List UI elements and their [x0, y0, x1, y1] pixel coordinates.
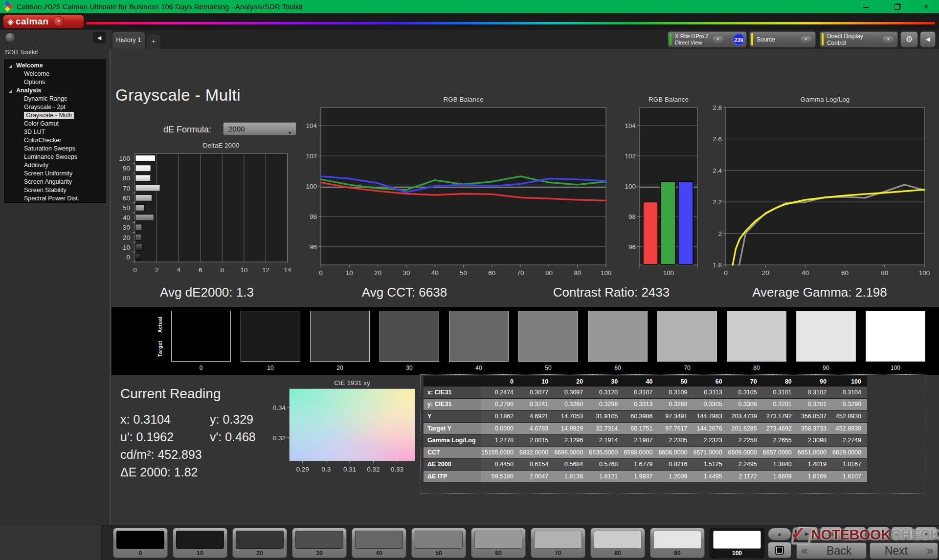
gamma-chart: Gamma Log/Log1.822.22.42.62.802040608010…	[702, 95, 936, 281]
patch-swatch	[176, 531, 224, 549]
tab-history-1[interactable]: History 1	[112, 32, 145, 49]
table-cell: 0.5768	[589, 458, 624, 471]
rgb-balance-bar-chart: RGB Balance9698100102104100	[622, 95, 709, 281]
pattern-patch-40[interactable]: 40	[352, 528, 406, 558]
source-selector[interactable]: Source ▼	[749, 31, 816, 47]
contrast-ratio-stat: Contrast Ratio: 2433	[553, 285, 670, 300]
patch-label: 90	[650, 550, 704, 557]
svg-text:40: 40	[123, 214, 130, 221]
table-cell: 2.1296	[554, 434, 589, 447]
tab-bar: History 1 + X-Rite i1Pro 2Direct View ▼ …	[112, 30, 939, 49]
tree-item-spectral-power-dist-[interactable]: Spectral Power Dist.	[4, 194, 105, 203]
tree-item-saturation-sweeps[interactable]: Saturation Sweeps	[4, 145, 105, 153]
tree-item-grayscale-multi[interactable]: Grayscale - Multi	[4, 111, 105, 120]
measurement-table[interactable]: 0102030405060708090100x: CIE310.24740.30…	[424, 376, 867, 483]
table-row[interactable]: Gamma Log/Log1.27782.00152.12962.19142.1…	[424, 434, 867, 447]
calman-menu-button[interactable]: ◈ calman ▼	[3, 15, 84, 28]
svg-text:102: 102	[306, 152, 317, 160]
patch-swatch	[474, 531, 522, 549]
tree-item-color-gamut[interactable]: Color Gamut	[4, 120, 105, 128]
svg-text:80: 80	[881, 269, 888, 277]
tree-item-options[interactable]: Options	[4, 78, 105, 86]
calman-dropdown-icon[interactable]: ▼	[53, 16, 64, 27]
table-row[interactable]: Y0.18624.692114.705331.910560.398697.349…	[424, 410, 867, 423]
swatch-60	[588, 311, 648, 362]
table-row[interactable]: CCT15155.00006832.00006696.00006535.0000…	[424, 446, 867, 458]
display-control-selector[interactable]: Direct Display Control ▼	[820, 31, 898, 47]
table-row[interactable]: ΔE 20000.44500.61540.56840.57681.67790.8…	[424, 458, 867, 471]
meter-selector[interactable]: X-Rite i1Pro 2Direct View ▼ 239	[668, 31, 747, 47]
table-cell: 0.6154	[519, 458, 554, 471]
meter-dropdown-icon[interactable]: ▼	[713, 36, 723, 43]
pattern-patch-10[interactable]: 10	[173, 528, 227, 558]
sidebar: ◀ SDR Toolkit WelcomeWelcomeOptionsAnaly…	[0, 30, 112, 525]
minimize-button[interactable]	[855, 0, 876, 13]
tree-item-welcome[interactable]: Welcome	[4, 62, 105, 70]
table-cell: 201.6285	[728, 422, 763, 434]
pattern-patch-30[interactable]: 30	[292, 528, 347, 558]
meter-status-stripe	[670, 33, 671, 45]
table-cell: 0.3102	[798, 387, 832, 398]
svg-text:104: 104	[625, 122, 636, 129]
pattern-patch-100[interactable]: 100	[710, 528, 764, 558]
svg-text:10: 10	[123, 244, 130, 251]
svg-text:0: 0	[319, 269, 323, 277]
sidebar-collapse-button[interactable]: ◀	[93, 32, 106, 43]
meter-label: X-Rite i1Pro 2Direct View	[675, 33, 708, 46]
tree-item-grayscale-2pt[interactable]: Grayscale - 2pt	[4, 103, 105, 111]
svg-text:0.34: 0.34	[273, 404, 286, 411]
table-cell: 2.2323	[693, 434, 728, 447]
svg-text:70: 70	[123, 185, 130, 192]
table-row[interactable]: x: CIE310.24740.30770.30970.31200.31070.…	[424, 387, 867, 398]
tree-item-screen-uniformity[interactable]: Screen Uniformity	[4, 170, 105, 178]
table-row[interactable]: y: CIE310.27800.32410.32600.32980.33130.…	[424, 398, 867, 410]
swatch-70	[657, 311, 717, 362]
swatch-label-30: 30	[380, 365, 439, 371]
pattern-patch-70[interactable]: 70	[531, 528, 585, 558]
pattern-patch-90[interactable]: 90	[650, 528, 705, 558]
svg-text:30: 30	[402, 269, 410, 277]
table-cell: 0.3260	[554, 398, 589, 410]
pattern-patch-50[interactable]: 50	[411, 528, 466, 558]
meter-count-badge[interactable]: 239	[733, 33, 745, 45]
pattern-window-button[interactable]	[768, 542, 791, 558]
tree-item-3d-lut[interactable]: 3D LUT	[4, 128, 105, 136]
watermark-text-1: NOTEBOOK	[811, 527, 891, 543]
patch-label: 10	[173, 550, 227, 557]
tree-item-welcome[interactable]: Welcome	[4, 70, 105, 78]
pattern-patch-0[interactable]: 0	[113, 528, 168, 558]
row-label: x: CIE31	[424, 387, 481, 398]
pattern-patch-20[interactable]: 20	[232, 528, 287, 558]
table-row[interactable]: ΔE ITP59.51802.00471.81361.81211.99371.2…	[424, 471, 867, 483]
table-cell: 2.1914	[589, 434, 624, 447]
workflow-status-icon[interactable]	[5, 32, 16, 43]
table-cell: 0.3109	[658, 387, 693, 398]
table-row[interactable]: Target Y0.00004.678314.992932.731460.175…	[424, 422, 867, 434]
patch-label: 100	[710, 550, 764, 557]
table-cell: 6651.0000	[798, 446, 832, 458]
pattern-patch-60[interactable]: 60	[471, 528, 526, 558]
table-col-30: 30	[589, 376, 624, 387]
svg-text:98: 98	[628, 213, 636, 220]
pattern-up-button[interactable]: ▲	[768, 528, 791, 540]
svg-text:50: 50	[460, 269, 467, 277]
collapse-panel-button[interactable]: ◀	[920, 31, 936, 47]
tree-item-dynamic-range[interactable]: Dynamic Range	[4, 95, 105, 103]
tree-item-analysis[interactable]: Analysis	[4, 86, 105, 95]
svg-text:0.32: 0.32	[367, 466, 380, 473]
patch-label: 40	[352, 550, 406, 557]
tree-item-screen-angularity[interactable]: Screen Angularity	[4, 178, 105, 186]
restore-button[interactable]	[886, 0, 908, 13]
de-formula-select[interactable]: 2000 ▼	[223, 122, 296, 135]
tree-item-luminance-sweeps[interactable]: Luminance Sweeps	[4, 153, 105, 161]
add-tab-button[interactable]: +	[147, 34, 160, 49]
source-dropdown-icon[interactable]: ▼	[801, 36, 811, 43]
tree-item-additivity[interactable]: Additivity	[4, 161, 105, 170]
tree-item-screen-stability[interactable]: Screen Stability	[4, 186, 105, 194]
display-dropdown-icon[interactable]: ▼	[883, 36, 894, 43]
pattern-patch-80[interactable]: 80	[590, 528, 645, 558]
tree-item-colorchecker[interactable]: ColorChecker	[4, 136, 105, 145]
table-cell: 0.2780	[481, 398, 519, 410]
close-button[interactable]: ×	[916, 0, 937, 13]
settings-gear-button[interactable]: ⚙	[900, 31, 918, 47]
